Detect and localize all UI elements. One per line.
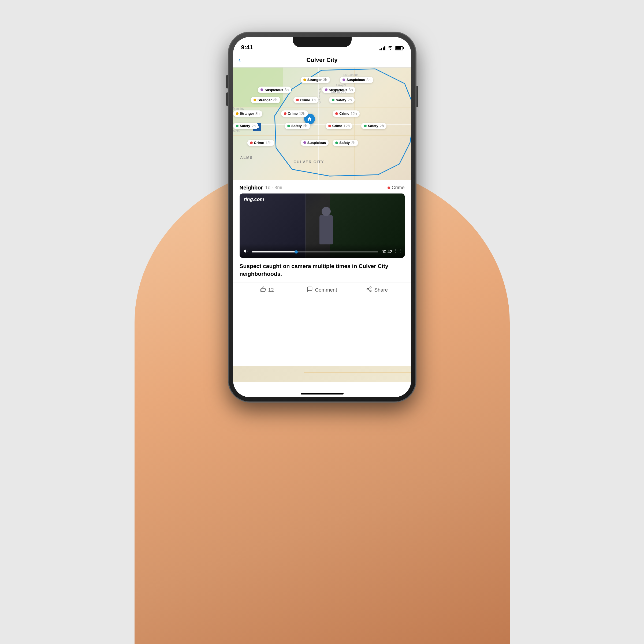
battery-icon [395, 46, 403, 50]
map-pin-suspicious-1[interactable]: Suspicious 3h [340, 77, 373, 83]
page-title: Culver City [306, 57, 337, 64]
map-pin-crime-5[interactable]: Crime 12h [247, 140, 274, 146]
road-v2 [283, 68, 283, 180]
video-progress-bar[interactable] [252, 251, 378, 252]
map-pin-stranger-2[interactable]: Stranger 3h [251, 97, 280, 103]
card-time: 1d · 3mi [265, 185, 282, 191]
back-button[interactable]: ‹ [239, 56, 241, 64]
signal-icon [379, 46, 385, 50]
road-v3 [354, 68, 355, 180]
scene: 9:41 [0, 0, 644, 644]
like-icon [260, 286, 266, 294]
manning-label: Manning [233, 107, 244, 110]
moto-label: Moto [233, 129, 240, 133]
road-h3 [233, 135, 411, 136]
status-time: 9:41 [241, 44, 253, 51]
video-player[interactable]: ring.com 00:42 [240, 193, 405, 258]
fullscreen-icon[interactable] [396, 249, 400, 255]
svg-line-4 [368, 289, 370, 291]
map-pin-stranger-3[interactable]: Stranger 3h [233, 110, 262, 117]
map-label-culver-city: CULVER CITY [293, 160, 324, 164]
phone-device: 9:41 [228, 32, 416, 402]
volume-icon[interactable] [244, 249, 249, 255]
share-icon [366, 286, 372, 294]
road-h2 [233, 107, 411, 107]
phone-screen: 9:41 [233, 37, 411, 397]
ring-logo: ring.com [244, 197, 264, 202]
category-dot [388, 187, 390, 189]
comment-icon [307, 286, 313, 294]
share-button[interactable]: Share [349, 286, 404, 294]
category-label: Crime [392, 185, 405, 191]
map-label-alms: ALMS [240, 155, 253, 160]
bottom-home-area [233, 382, 411, 397]
comment-label: Comment [315, 287, 337, 293]
home-indicator [301, 393, 344, 394]
feed-card: Neighbor 1d · 3mi Crime [233, 180, 411, 299]
guthrie-label: Guthrie Ave [331, 90, 346, 93]
svg-line-5 [368, 288, 370, 289]
map-pin-safety-1[interactable]: Safety 2h [329, 97, 355, 103]
map-area[interactable]: Stranger 3h Suspicious 3h Suspicious 3h [233, 68, 411, 180]
card-meta: Neighbor 1d · 3mi Crime [233, 180, 411, 193]
sawyer-label: Sawyer [336, 83, 346, 87]
map-pin-safety-3[interactable]: Safety 2h [285, 123, 310, 129]
share-label: Share [374, 287, 388, 293]
video-time: 00:42 [381, 250, 392, 254]
map-pin-safety-4[interactable]: Safety 2h [361, 123, 387, 129]
map-pin-suspicious-4[interactable]: Suspicious [301, 140, 329, 146]
svg-point-3 [370, 290, 371, 292]
svg-point-2 [367, 288, 368, 290]
card-actions: 12 Comment [233, 282, 411, 299]
status-icons [379, 46, 403, 51]
map-pin-safety-2[interactable]: Safety 2h [233, 123, 259, 129]
phone-frame: 9:41 [228, 32, 416, 402]
map-pin-crime-4[interactable]: Crime 12h [326, 123, 352, 129]
power-button[interactable] [416, 86, 418, 107]
beverly-dr-label: S Beverly Dr [318, 88, 321, 105]
map-pin-crime-1[interactable]: Crime 1h [293, 97, 318, 103]
card-description: Suspect caught on camera multiple times … [233, 258, 411, 282]
map-pin-crime-2[interactable]: Crime 12h [281, 110, 308, 117]
video-progress-fill [252, 251, 296, 252]
video-progress-thumb[interactable] [295, 250, 298, 254]
bottom-map-peek [233, 366, 411, 382]
map-pin-safety-5[interactable]: Safety 2h [333, 140, 358, 146]
map-pin-crime-3[interactable]: Crime 12h [333, 110, 359, 117]
like-button[interactable]: 12 [240, 286, 295, 294]
volume-up-button[interactable] [226, 75, 228, 88]
like-count: 12 [268, 287, 274, 293]
card-category: Crime [388, 185, 405, 191]
app-header: ‹ Culver City [233, 53, 411, 68]
notch [293, 37, 352, 47]
map-pin-suspicious-2[interactable]: Suspicious 3h [258, 87, 291, 93]
card-source: Neighbor [240, 185, 263, 191]
la-cienega-label: La Cienega [343, 73, 358, 76]
comment-button[interactable]: Comment [295, 286, 349, 294]
volume-down-button[interactable] [226, 92, 228, 106]
wifi-icon [388, 46, 393, 51]
svg-point-1 [370, 287, 371, 288]
map-pin-stranger-1[interactable]: Stranger 3h [301, 77, 330, 83]
video-controls[interactable]: 00:42 [240, 244, 405, 258]
card-meta-left: Neighbor 1d · 3mi [240, 185, 282, 191]
